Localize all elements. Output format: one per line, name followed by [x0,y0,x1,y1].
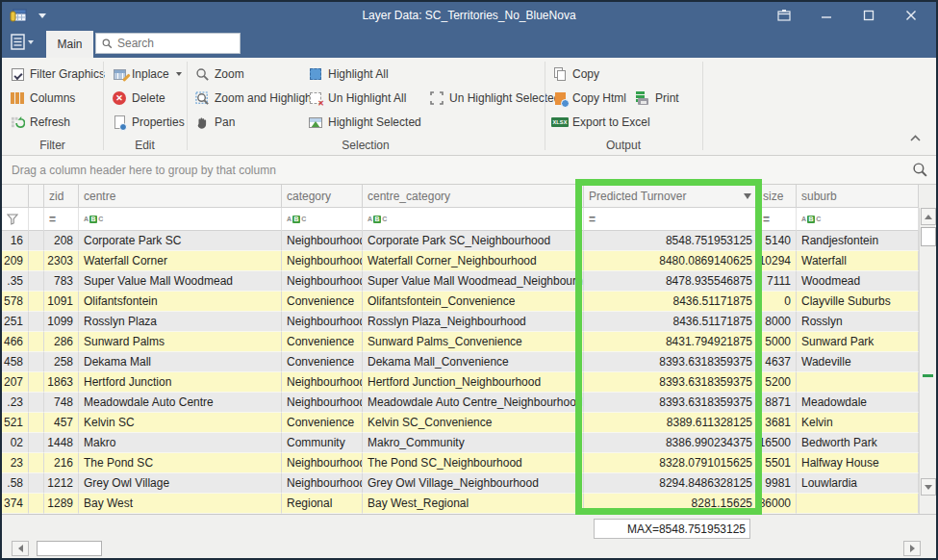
grid-cell-row-indicator[interactable]: 521 [2,413,29,433]
grid-cell-predicted_turnover[interactable]: 8328.0791015625 [584,453,758,473]
grid-cell-category[interactable]: Neighbourhood [282,473,363,494]
grid-cell-spacer[interactable] [29,352,44,372]
grid-cell-category[interactable]: Convenience [282,352,363,372]
grid-cell-zid[interactable]: 1448 [44,433,79,453]
main-menu-button[interactable] [11,34,34,50]
grid-cell-size[interactable]: 5140 [758,231,797,251]
grid-cell-suburb[interactable] [797,494,919,514]
scroll-up-button[interactable] [921,208,936,225]
grid-cell-category[interactable]: Neighbourhood [282,312,363,332]
grid-cell-category[interactable]: Neighbourhood [282,453,363,473]
grid-cell-suburb[interactable]: Kelvin [797,413,919,433]
grid-cell-row-indicator[interactable]: 209 [2,251,29,271]
grid-cell-spacer[interactable] [29,231,44,251]
grid-cell-size[interactable]: 16500 [758,433,797,453]
grid-cell-predicted_turnover[interactable]: 8436.51171875 [584,292,758,312]
grid-cell-centre[interactable]: Makro [79,433,282,453]
tab-main[interactable]: Main [46,31,93,58]
grid-cell-zid[interactable]: 286 [44,332,79,352]
grid-cell-suburb[interactable]: Rosslyn [797,312,919,332]
grid-cell-category[interactable]: Neighbourhood [282,372,363,393]
copy-html-button[interactable]: Copy Html [552,88,626,109]
grid-cell-size[interactable]: 86000 [758,494,797,514]
column-header-centre-category[interactable]: centre_category [363,185,584,208]
grid-cell-centre[interactable]: Dekama Mall [79,352,282,372]
table-row[interactable]: .23748Meadowdale Auto CentreNeighbourhoo… [2,393,919,413]
grid-cell-spacer[interactable] [29,453,44,473]
grid-cell-centre[interactable]: Corporate Park SC [79,231,282,251]
print-button[interactable]: Print [635,88,679,109]
grid-cell-zid[interactable]: 1289 [44,494,79,514]
grid-cell-category[interactable]: Neighbourhood [282,231,363,251]
grid-cell-spacer[interactable] [29,292,44,312]
vertical-scrollbar[interactable] [919,208,936,514]
grid-cell-centre[interactable]: Rosslyn Plaza [79,312,282,332]
grid-cell-predicted_turnover[interactable]: 8393.6318359375 [584,393,758,413]
grid-cell-centre[interactable]: Super Value Mall Woodmead [79,271,282,292]
table-row[interactable]: 5781091OlifantsfonteinConvenienceOlifant… [2,292,919,312]
grid-cell-size[interactable]: 10294 [758,251,797,271]
grid-cell-zid[interactable]: 457 [44,413,79,433]
grid-cell-category[interactable]: Neighbourhood [282,393,363,413]
grid-cell-centre[interactable]: Meadowdale Auto Centre [79,393,282,413]
grid-cell-category[interactable]: Regional [282,494,363,514]
grid-cell-row-indicator[interactable]: 578 [2,292,29,312]
grid-cell-suburb[interactable] [797,372,919,393]
vertical-scroll-thumb[interactable] [921,227,936,246]
grid-cell-centre_category[interactable]: Grey Owl Village_Neighbourhood [363,473,584,494]
grid-cell-spacer[interactable] [29,372,44,393]
grid-cell-predicted_turnover[interactable]: 8478.935546875 [584,271,758,292]
grid-cell-predicted_turnover[interactable]: 8436.51171875 [584,312,758,332]
grid-cell-row-indicator[interactable]: 458 [2,352,29,372]
grid-cell-suburb[interactable]: Meadowdale [797,393,919,413]
grid-cell-spacer[interactable] [29,271,44,292]
column-header-suburb[interactable]: suburb [797,185,919,208]
grid-cell-size[interactable]: 7111 [758,271,797,292]
grid-cell-suburb[interactable]: Bedworth Park [797,433,919,453]
filter-cell-predicted-turnover[interactable]: = [584,208,758,231]
grid-cell-centre_category[interactable]: Dekama Mall_Convenience [363,352,584,372]
filter-cell-size[interactable]: = [758,208,797,231]
grid-cell-zid[interactable]: 1863 [44,372,79,393]
grid-cell-zid[interactable]: 1099 [44,312,79,332]
grid-cell-size[interactable]: 5501 [758,453,797,473]
grid-cell-suburb[interactable]: Sunward Park [797,332,919,352]
highlight-selected-button[interactable]: Highlight Selected [308,112,421,133]
grid-cell-zid[interactable]: 216 [44,453,79,473]
dock-window-button[interactable] [763,2,805,29]
table-row[interactable]: .581212Grey Owl VillageNeighbourhoodGrey… [2,473,919,494]
scroll-right-button[interactable] [903,541,921,556]
grid-cell-spacer[interactable] [29,413,44,433]
grid-cell-size[interactable]: 5200 [758,372,797,393]
table-row[interactable]: 16208Corporate Park SCNeighbourhoodCorpo… [2,231,919,251]
delete-button[interactable]: ✕ Delete [112,88,165,109]
horizontal-scrollbar[interactable] [2,541,936,558]
grid-cell-centre_category[interactable]: Bay West_Regional [363,494,584,514]
columns-button[interactable]: Columns [10,88,75,109]
grid-cell-centre_category[interactable]: Meadowdale Auto Centre_Neighbourhood [363,393,584,413]
grid-cell-predicted_turnover[interactable]: 8386.990234375 [584,433,758,453]
column-header-category[interactable]: category [282,185,363,208]
grid-cell-centre[interactable]: Hertford Junction [79,372,282,393]
table-row[interactable]: 2092303Waterfall CornerNeighbourhoodWate… [2,251,919,271]
zoom-and-highlight-button[interactable]: Zoom and Highlight [194,88,315,109]
table-row[interactable]: 2511099Rosslyn PlazaNeighbourhoodRosslyn… [2,312,919,332]
pan-button[interactable]: Pan [194,112,235,133]
grid-cell-suburb[interactable]: Waterfall [797,251,919,271]
un-highlight-all-button[interactable]: Un Highlight All [308,88,406,109]
grid-cell-spacer[interactable] [29,251,44,271]
app-icon[interactable] [10,9,27,23]
table-row[interactable]: .35783Super Value Mall WoodmeadNeighbour… [2,271,919,292]
grid-cell-spacer[interactable] [29,393,44,413]
grid-cell-zid[interactable]: 748 [44,393,79,413]
maximize-button[interactable] [848,2,890,29]
grid-cell-row-indicator[interactable]: .35 [2,271,29,292]
grid-cell-centre_category[interactable]: The Pond SC_Neighbourhood [363,453,584,473]
grid-cell-predicted_turnover[interactable]: 8393.6318359375 [584,372,758,393]
grid-cell-row-indicator[interactable]: .23 [2,393,29,413]
grid-cell-row-indicator[interactable]: 466 [2,332,29,352]
collapse-ribbon-button[interactable] [910,131,921,144]
grid-cell-suburb[interactable]: Halfway House [797,453,919,473]
grid-cell-centre_category[interactable]: Kelvin SC_Convenience [363,413,584,433]
grid-cell-zid[interactable]: 208 [44,231,79,251]
